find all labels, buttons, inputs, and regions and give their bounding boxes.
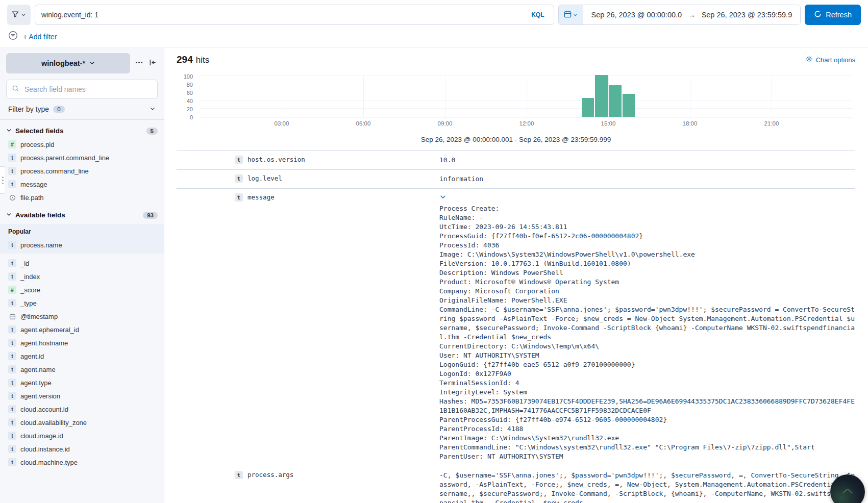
histogram-plot[interactable] — [200, 77, 853, 117]
collapse-left-icon — [149, 59, 157, 68]
sidebar-field-@timestamp[interactable]: @timestamp — [6, 310, 158, 323]
discover-main: 294 hits Chart options 020406080100 03:0… — [164, 48, 868, 503]
refresh-icon — [814, 10, 822, 19]
saved-query-menu-button[interactable] — [7, 5, 31, 25]
kql-language-badge[interactable]: KQL — [528, 10, 547, 19]
sidebar-field-agent.name[interactable]: tagent.name — [6, 363, 158, 376]
fields-sidebar: winlogbeat-* Filter by type 0 Selected f… — [0, 48, 164, 503]
sidebar-field-_score[interactable]: #_score — [6, 283, 158, 296]
selected-fields-label: Selected fields — [15, 127, 64, 135]
filter-options-icon[interactable] — [8, 31, 18, 42]
query-input[interactable]: winlog.event_id: 1 KQL — [35, 5, 554, 25]
y-axis-tick-label: 60 — [187, 90, 193, 96]
field-type-icon: t — [235, 156, 243, 164]
doc-field-label: host.os.version — [247, 156, 305, 163]
field-type-icon: t — [8, 154, 16, 162]
doc-field-label: log.level — [247, 174, 282, 182]
query-topbar: winlog.event_id: 1 KQL Sep 26, 2023 @ 00… — [0, 0, 868, 30]
date-range: Sep 26, 2023 @ 00:00:00.0 → Sep 26, 2023… — [583, 5, 801, 24]
filter-icon — [12, 11, 19, 19]
field-name: process.name — [20, 241, 62, 249]
y-axis-tick-label: 80 — [187, 82, 193, 88]
chevron-down-icon — [21, 11, 26, 19]
doc-value-text: Process Create: RuleName: - UtcTime: 202… — [439, 204, 855, 461]
add-filter-button[interactable]: + Add filter — [23, 33, 57, 41]
histogram-bar-15:00[interactable] — [609, 85, 622, 117]
sidebar-flyout-handle[interactable] — [0, 166, 6, 194]
sidebar-field-agent.id[interactable]: tagent.id — [6, 349, 158, 363]
sidebar-field-file.path[interactable]: file.path — [6, 191, 158, 204]
field-name: _id — [20, 260, 29, 267]
histogram-chart: 020406080100 03:0006:0009:0012:0015:0018… — [177, 74, 855, 132]
sidebar-field-agent.ephemeral_id[interactable]: tagent.ephemeral_id — [6, 323, 158, 336]
chart-options-button[interactable]: Chart options — [805, 55, 855, 64]
field-type-icon: t — [8, 379, 16, 387]
sidebar-field-cloud.account.id[interactable]: tcloud.account.id — [6, 403, 158, 416]
sidebar-field-message[interactable]: tmessage — [6, 178, 158, 191]
popular-label: Popular — [6, 228, 158, 235]
field-name: _index — [20, 273, 40, 281]
field-name: agent.ephemeral_id — [20, 326, 79, 334]
doc-value-text: -C, $username='SSF\anna.jones';, $passwo… — [439, 471, 855, 503]
sidebar-field-process.parent.command_line[interactable]: tprocess.parent.command_line — [6, 151, 158, 164]
sidebar-field-cloud.instance.id[interactable]: tcloud.instance.id — [6, 442, 158, 456]
available-fields-count-badge: 93 — [143, 212, 158, 219]
chevron-down-icon — [89, 59, 95, 67]
field-type-icon: t — [8, 272, 16, 281]
field-name: process.parent.command_line — [20, 154, 109, 162]
available-fields-header[interactable]: Available fields 93 — [6, 211, 158, 219]
chevron-down-icon — [6, 211, 12, 219]
histogram-bar-14:00[interactable] — [582, 98, 594, 117]
field-name: cloud.availability_zone — [20, 419, 87, 426]
field-type-icon: # — [8, 140, 16, 148]
x-axis-tick-label: 09:00 — [438, 120, 453, 127]
field-type-icon: t — [235, 471, 243, 479]
doc-field-value: Process Create: RuleName: - UtcTime: 202… — [439, 193, 855, 461]
calendar-icon — [564, 10, 572, 19]
sidebar-field-_index[interactable]: t_index — [6, 270, 158, 283]
date-picker-calendar-button[interactable] — [559, 5, 583, 24]
sidebar-field-cloud.machine.type[interactable]: tcloud.machine.type — [6, 456, 158, 469]
field-name: message — [20, 181, 47, 188]
date-range-end[interactable]: Sep 26, 2023 @ 23:59:59.9 — [702, 11, 792, 19]
field-search-input[interactable] — [23, 85, 152, 94]
sidebar-field-agent.hostname[interactable]: tagent.hostname — [6, 336, 158, 349]
field-type-icon: t — [235, 193, 243, 202]
x-axis-tick-label: 18:00 — [683, 120, 698, 127]
field-name: _type — [20, 299, 37, 307]
y-axis-tick-label: 20 — [187, 106, 193, 112]
collapse-value-button[interactable] — [439, 193, 855, 202]
index-pattern-selector[interactable]: winlogbeat-* — [6, 53, 130, 73]
fab-icon — [841, 484, 854, 499]
sidebar-field-process.pid[interactable]: #process.pid — [6, 138, 158, 151]
sidebar-field-agent.type[interactable]: tagent.type — [6, 376, 158, 389]
selected-fields-header[interactable]: Selected fields 5 — [6, 127, 158, 135]
doc-field-value: 10.0 — [439, 156, 855, 165]
sidebar-field-process.name[interactable]: tprocess.name — [6, 238, 158, 252]
doc-row-process.args: tprocess.args-C, $username='SSF\anna.jon… — [177, 466, 855, 503]
doc-row-host.os.version: thost.os.version10.0 — [177, 150, 855, 169]
sidebar-field-cloud.availability_zone[interactable]: tcloud.availability_zone — [6, 416, 158, 429]
index-pattern-name: winlogbeat-* — [41, 59, 85, 67]
field-type-icon: # — [8, 286, 16, 294]
x-axis-tick-label: 15:00 — [601, 120, 616, 127]
field-type-icon: t — [8, 405, 16, 413]
date-range-start[interactable]: Sep 26, 2023 @ 00:00:00.0 — [591, 11, 682, 19]
filter-by-type-count-badge: 0 — [53, 106, 64, 113]
collapse-sidebar-button[interactable] — [148, 58, 158, 69]
histogram-bar-15:30[interactable] — [623, 94, 635, 117]
refresh-button[interactable]: Refresh — [805, 5, 861, 25]
y-axis: 020406080100 — [177, 77, 197, 117]
sidebar-field-_id[interactable]: t_id — [6, 257, 158, 270]
histogram-bar-14:30[interactable] — [595, 75, 608, 117]
field-name: _score — [20, 286, 40, 294]
available-fields-label: Available fields — [15, 211, 65, 219]
sidebar-field-cloud.image.id[interactable]: tcloud.image.id — [6, 429, 158, 442]
index-pattern-options-button[interactable] — [134, 58, 144, 69]
sidebar-field-_type[interactable]: t_type — [6, 296, 158, 310]
sidebar-field-process.command_line[interactable]: tprocess.command_line — [6, 164, 158, 178]
sidebar-field-agent.version[interactable]: tagent.version — [6, 389, 158, 403]
doc-value-text: information — [439, 174, 855, 184]
available-fields-list: t_idt_index#_scoret_type@timestamptagent… — [6, 257, 158, 469]
filter-by-type[interactable]: Filter by type 0 — [0, 99, 164, 120]
